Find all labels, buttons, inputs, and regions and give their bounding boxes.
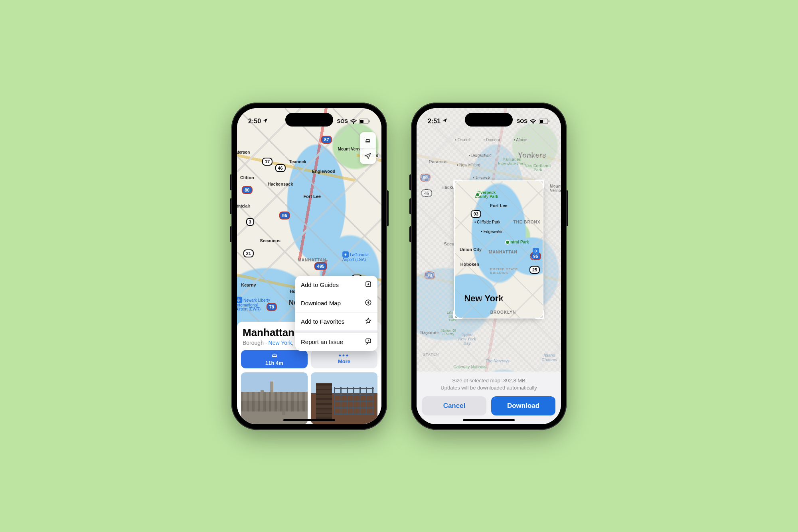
download-icon bbox=[365, 299, 372, 307]
map-shield-i80: 80 bbox=[242, 186, 252, 194]
home-indicator[interactable] bbox=[283, 419, 335, 421]
status-time: 2:50 bbox=[248, 118, 261, 125]
svg-rect-2 bbox=[360, 120, 363, 123]
star-icon bbox=[365, 317, 372, 326]
map-airport-lga: LaGuardia Airport (LGA) bbox=[342, 251, 369, 262]
report-issue-icon bbox=[365, 338, 372, 346]
place-sub-prefix: Borough · bbox=[243, 340, 269, 346]
map-shield-i87: 87 bbox=[321, 136, 332, 144]
download-button[interactable]: Download bbox=[491, 396, 555, 415]
svg-point-4 bbox=[366, 141, 367, 142]
popover-add-to-favorites[interactable]: Add to Favorites bbox=[295, 312, 377, 330]
phone-frame-left: 2:50 SOS MANHATTAN New York Hoboken bbox=[231, 103, 387, 430]
map-label-englewood: Englewood bbox=[312, 169, 336, 174]
place-photos[interactable] bbox=[241, 372, 377, 424]
map-shield-3: 3 bbox=[246, 218, 254, 226]
ellipsis-icon: ••• bbox=[339, 354, 350, 358]
map-label-kearny: Kearny bbox=[241, 283, 256, 287]
selection-handle-tr[interactable] bbox=[535, 180, 544, 189]
map-label-manhattan: MANHATTAN bbox=[298, 257, 326, 262]
status-sos: SOS bbox=[517, 118, 527, 124]
location-services-icon bbox=[442, 118, 448, 125]
home-indicator[interactable] bbox=[463, 419, 515, 421]
download-size-line: Size of selected map: 392.8 MB bbox=[422, 377, 555, 384]
selection-handle-tl[interactable] bbox=[453, 180, 463, 189]
map-label-teaneck: Teaneck bbox=[289, 159, 306, 164]
more-button[interactable]: ••• More bbox=[311, 350, 377, 368]
map-shield-46: 46 bbox=[275, 164, 285, 172]
more-popover: Add to Guides Download Map Add to Favori… bbox=[295, 276, 377, 351]
screen-left: 2:50 SOS MANHATTAN New York Hoboken bbox=[237, 108, 381, 424]
download-label: Download bbox=[507, 402, 539, 410]
popover-label: Add to Favorites bbox=[301, 318, 344, 325]
map-mode-button[interactable] bbox=[360, 132, 376, 148]
popover-label: Add to Guides bbox=[301, 281, 339, 288]
download-updates-line: Updates will be downloaded automatically bbox=[422, 384, 555, 392]
cancel-label: Cancel bbox=[443, 402, 466, 410]
svg-rect-15 bbox=[549, 120, 550, 122]
selection-handle-br[interactable] bbox=[535, 310, 544, 319]
place-photo-bridge[interactable] bbox=[311, 372, 377, 424]
dynamic-island bbox=[285, 113, 333, 127]
map-airport-ewr: Newark Liberty International Airport (EW… bbox=[237, 297, 270, 311]
map-shield-i495: 495 bbox=[314, 262, 327, 270]
popover-label: Report an Issue bbox=[301, 338, 343, 345]
popover-add-to-guides[interactable]: Add to Guides bbox=[295, 276, 377, 294]
dynamic-island bbox=[465, 113, 513, 127]
add-to-guides-icon bbox=[365, 281, 372, 289]
status-time: 2:51 bbox=[428, 118, 440, 125]
screen-right: 2:51 SOS Yonkers Mount Vernon Paramus bbox=[417, 108, 561, 424]
wifi-icon bbox=[529, 119, 537, 124]
map-label-fortlee: Fort Lee bbox=[304, 194, 321, 199]
svg-point-12 bbox=[533, 123, 533, 124]
map-label-montclair: Montclair bbox=[237, 204, 250, 208]
svg-point-11 bbox=[275, 356, 276, 357]
svg-point-10 bbox=[273, 356, 273, 357]
place-photo-skyline[interactable] bbox=[241, 372, 308, 424]
map-shield-17: 17 bbox=[262, 158, 273, 166]
svg-point-5 bbox=[369, 141, 369, 142]
cancel-button[interactable]: Cancel bbox=[422, 396, 486, 415]
svg-rect-14 bbox=[540, 120, 543, 123]
location-services-icon bbox=[263, 118, 268, 125]
map-label-hackensack: Hackensack bbox=[268, 182, 293, 186]
wifi-icon bbox=[350, 119, 357, 124]
more-label: More bbox=[338, 358, 350, 364]
map-shield-i95: 95 bbox=[279, 212, 290, 220]
locate-button[interactable] bbox=[360, 148, 376, 164]
download-sheet: Size of selected map: 392.8 MB Updates w… bbox=[417, 372, 561, 424]
svg-point-0 bbox=[353, 123, 354, 124]
directions-duration: 11h 4m bbox=[265, 360, 283, 366]
map-shield-i78: 78 bbox=[267, 303, 277, 311]
car-icon bbox=[271, 352, 279, 359]
battery-icon bbox=[539, 119, 550, 124]
download-info: Size of selected map: 392.8 MB Updates w… bbox=[422, 377, 555, 391]
download-selection[interactable]: Fort Lee Cliffside Park Edgewater Union … bbox=[455, 181, 543, 318]
map-label-clifton: Clifton bbox=[240, 175, 254, 180]
popover-report-issue[interactable]: Report an Issue bbox=[295, 330, 377, 351]
directions-button[interactable]: 11h 4m bbox=[241, 350, 308, 368]
phone-frame-right: 2:51 SOS Yonkers Mount Vernon Paramus bbox=[411, 103, 567, 430]
selection-handle-bl[interactable] bbox=[453, 310, 463, 319]
svg-rect-3 bbox=[369, 120, 370, 122]
battery-icon bbox=[359, 119, 370, 124]
popover-label: Download Map bbox=[301, 300, 341, 307]
status-sos: SOS bbox=[337, 118, 348, 124]
popover-download-map[interactable]: Download Map bbox=[295, 294, 377, 312]
map-shield-21: 21 bbox=[243, 249, 254, 257]
map-label-paterson: Paterson bbox=[237, 150, 250, 154]
map-controls bbox=[360, 132, 376, 164]
map-label-secaucus: Secaucus bbox=[260, 238, 280, 243]
svg-point-9 bbox=[368, 341, 368, 342]
